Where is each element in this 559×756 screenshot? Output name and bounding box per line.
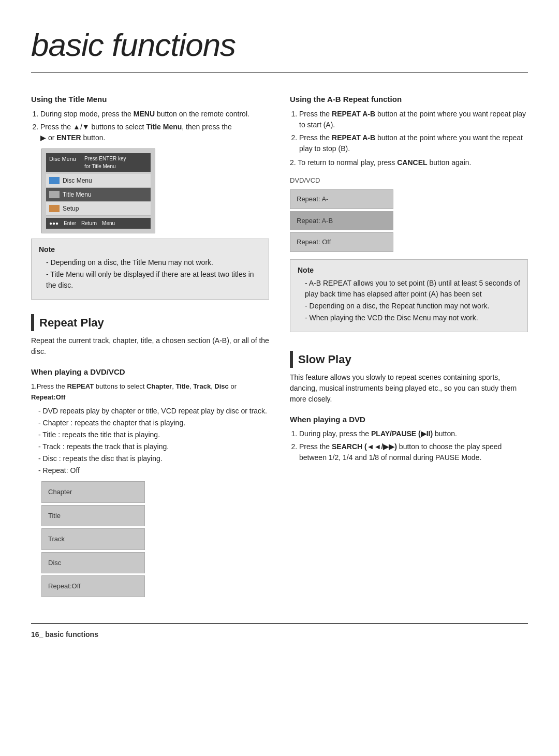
- slow-play-intro: This feature allows you slowly to repeat…: [290, 372, 528, 405]
- repeat-bullet-1: DVD repeats play by chapter or title, VC…: [38, 406, 269, 417]
- repeat-bullet-5: Disc : repeats the disc that is playing.: [38, 453, 269, 464]
- repeat-bullet-6: Repeat: Off: [38, 465, 269, 476]
- dvd-menu-repeat-off: Repeat:Off: [41, 575, 145, 597]
- repeat-play-intro: Repeat the current track, chapter, title…: [31, 335, 269, 357]
- ab-note-3: When playing the VCD the Disc Menu may n…: [305, 313, 520, 323]
- title-menu-steps: During stop mode, press the MENU button …: [40, 109, 269, 143]
- right-column: Using the A-B Repeat function Press the …: [290, 84, 528, 602]
- ab-step-3: 2. To return to normal play, press CANCE…: [290, 157, 528, 168]
- dvd-vcd-heading: When playing a DVD/VCD: [31, 366, 269, 378]
- menu-item-disc: Disc Menu: [46, 174, 151, 188]
- ab-note-title: Note: [298, 265, 520, 276]
- repeat-bullet-3: Title : repeats the title that is playin…: [38, 429, 269, 440]
- note-title: Note: [39, 244, 261, 255]
- dvd-menu-list: Chapter Title Track Disc Repeat:Off: [41, 481, 145, 597]
- title-menu-heading: Using the Title Menu: [31, 94, 269, 106]
- slow-step-2: Press the SEARCH (◄◄/▶▶) button to choos…: [299, 441, 528, 463]
- slow-play-heading: Slow Play: [290, 351, 528, 368]
- note-list: Depending on a disc, the Title Menu may …: [46, 257, 261, 291]
- dvd-vcd-label: DVD/VCD: [290, 175, 528, 186]
- menu-item-title: Title Menu: [46, 188, 151, 202]
- repeat-ab: Repeat: A-B: [290, 211, 393, 231]
- disc-menu-icon: [49, 177, 60, 184]
- page-title: basic functions: [31, 21, 528, 73]
- dvd-menu-title: Title: [41, 505, 145, 527]
- dvd-menu-disc: Disc: [41, 552, 145, 574]
- ab-step-2: Press the REPEAT A-B button at the point…: [299, 132, 528, 154]
- title-menu-step2: Press the ▲/▼ buttons to select Title Me…: [40, 122, 269, 143]
- footer-text: 16_ basic functions: [31, 630, 98, 639]
- title-menu-note: Note Depending on a disc, the Title Menu…: [31, 239, 269, 300]
- ab-step-1: Press the REPEAT A-B button at the point…: [299, 109, 528, 130]
- slow-step-1: During play, press the PLAY/PAUSE (▶II) …: [299, 428, 528, 439]
- left-column: Using the Title Menu During stop mode, p…: [31, 84, 269, 602]
- title-menu-step1: During stop mode, press the MENU button …: [40, 109, 269, 120]
- ab-note-2: Depending on a disc, the Repeat function…: [305, 301, 520, 312]
- menu-screenshot-bar: Disc Menu Press ENTER keyfor Title Menu: [46, 153, 151, 172]
- repeat-off: Repeat: Off: [290, 232, 393, 252]
- ab-repeat-heading: Using the A-B Repeat function: [290, 94, 528, 106]
- repeat-step1: 1.Press the REPEAT buttons to select Cha…: [31, 381, 269, 403]
- dvd-menu-chapter: Chapter: [41, 481, 145, 503]
- menu-screenshot: Disc Menu Press ENTER keyfor Title Menu …: [41, 149, 155, 233]
- slow-play-steps: During play, press the PLAY/PAUSE (▶II) …: [299, 428, 528, 463]
- repeat-a: Repeat: A-: [290, 189, 393, 209]
- menu-screenshot-items: Disc Menu Title Menu Setup: [46, 174, 151, 216]
- setup-icon: [49, 205, 60, 212]
- ab-note-list: A-B REPEAT allows you to set point (B) u…: [305, 278, 520, 323]
- note-item-2: Title Menu will only be displayed if the…: [46, 269, 261, 291]
- dvd-menu-track: Track: [41, 528, 145, 550]
- note-item-1: Depending on a disc, the Title Menu may …: [46, 257, 261, 268]
- ab-note-1: A-B REPEAT allows you to set point (B) u…: [305, 278, 520, 300]
- repeat-play-heading: Repeat Play: [31, 314, 269, 331]
- repeat-bullet-4: Track : repeats the track that is playin…: [38, 441, 269, 452]
- menu-item-setup: Setup: [46, 202, 151, 216]
- menu-bottom-bar: ●●● Enter Return Menu: [46, 218, 151, 229]
- repeat-bullets: DVD repeats play by chapter or title, VC…: [38, 406, 269, 476]
- repeat-ab-menu: Repeat: A- Repeat: A-B Repeat: Off: [290, 189, 393, 252]
- repeat-bullet-2: Chapter : repeats the chapter that is pl…: [38, 418, 269, 428]
- ab-repeat-note: Note A-B REPEAT allows you to set point …: [290, 259, 528, 332]
- when-playing-dvd-heading: When playing a DVD: [290, 414, 528, 426]
- ab-repeat-steps: Press the REPEAT A-B button at the point…: [299, 109, 528, 154]
- title-menu-icon: [49, 191, 60, 198]
- footer-bar: 16_ basic functions: [31, 623, 528, 640]
